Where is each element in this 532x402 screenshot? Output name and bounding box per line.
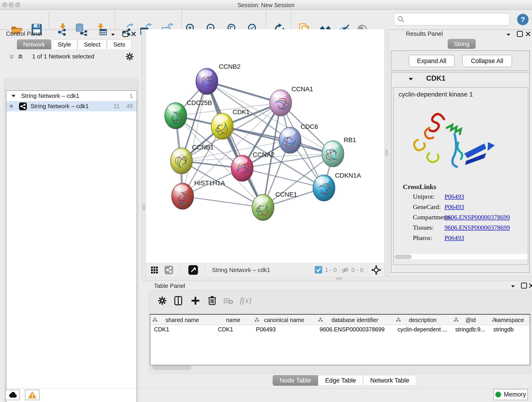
column-header-label: namespace [490, 317, 529, 323]
control-panel-title: Control Panel [6, 30, 42, 37]
table-cell[interactable]: CDK1 [150, 325, 214, 334]
column-header-description[interactable]: description [394, 315, 452, 325]
column-header-label: shared name [150, 317, 214, 323]
string-view-icon[interactable] [165, 266, 173, 274]
column-header-canonical-name[interactable]: canonical name [252, 315, 316, 325]
table-cell[interactable]: CDK1 [214, 325, 252, 334]
results-panel-maximize-button[interactable] [517, 31, 523, 37]
delete-column-icon[interactable] [208, 295, 216, 306]
column-header-shared-name[interactable]: shared name [150, 315, 215, 325]
svg-text:?: ? [520, 15, 525, 24]
table-panel-maximize-button[interactable] [521, 283, 527, 288]
table-cell[interactable]: 9606.ENSP00000378699 [316, 325, 394, 334]
control-panel-tabs: NetworkStyleSelectSets [17, 39, 132, 49]
network-collection-row[interactable]: String Network – cdk1 1 [6, 91, 137, 101]
expand-all-button[interactable]: Expand All [409, 55, 455, 67]
crosslink-value-link[interactable]: P06493 [444, 193, 464, 200]
table-cell[interactable]: P06493 [252, 325, 316, 334]
network-canvas[interactable]: CCNB2CCNA1CDC25BCDK1CDC6RB1CCNB1CCNA2CDK… [146, 29, 385, 263]
network-node-count: 11 [114, 103, 120, 110]
tab-edge-table[interactable]: Edge Table [318, 375, 363, 386]
table-tabs: Node TableEdge TableNetwork Table [273, 375, 416, 386]
hidden-eye-slash-icon [341, 266, 349, 274]
table-cell[interactable]: stringdb [490, 325, 529, 334]
control-panel-float-button[interactable] [110, 32, 116, 38]
table-panel-title: Table Panel [154, 282, 185, 289]
right-splitter-handle[interactable] [385, 149, 388, 156]
network-row-selected[interactable]: String Network – cdk1 11 48 [6, 101, 137, 111]
selected-checkbox-icon[interactable] [315, 266, 322, 274]
gene-result-card: CDK1 cyclin-dependent kinase 1 [391, 72, 530, 273]
cloud-icon [8, 392, 17, 398]
network-node-label: CCNA2 [253, 151, 274, 158]
column-header-namespace[interactable]: namespace [490, 315, 529, 325]
network-edge [207, 81, 263, 207]
column-header--id[interactable]: @id [452, 315, 490, 325]
add-column-icon[interactable] [191, 296, 200, 306]
help-icon[interactable]: ? [517, 13, 529, 26]
results-panel-float-button[interactable] [505, 32, 511, 38]
crosslink-value-link[interactable]: P06493 [444, 203, 464, 211]
tab-string[interactable]: String [448, 39, 476, 49]
network-node-label: CDC25B [187, 99, 212, 106]
control-panel-maximize-button[interactable] [122, 31, 128, 37]
tab-sets[interactable]: Sets [107, 39, 131, 49]
crosslink-value-link[interactable]: 9606.ENSP00000378699 [444, 214, 510, 221]
left-splitter-handle[interactable] [143, 204, 145, 211]
memory-button[interactable]: Memory [494, 389, 528, 400]
crosslink-label: Pharos: [413, 234, 432, 242]
tab-select[interactable]: Select [78, 39, 107, 49]
table-panel-float-button[interactable] [510, 283, 516, 289]
network-node-label: HIST1H1A [194, 179, 225, 186]
selected-node-edge-count: 1 - 0 [325, 267, 337, 274]
cloud-status-button[interactable] [5, 390, 20, 400]
table-hscrollbar-thumb[interactable] [152, 366, 191, 370]
results-panel-close-button[interactable] [525, 31, 531, 37]
results-actions-box: Expand All Collapse All [391, 51, 530, 70]
gene-collapse-caret-icon[interactable] [408, 76, 414, 82]
tab-network-table[interactable]: Network Table [363, 375, 417, 386]
table-settings-gear-icon[interactable] [158, 296, 167, 305]
column-header-name[interactable]: name [214, 315, 253, 325]
warning-status-button[interactable] [25, 390, 40, 400]
crosslink-value-link[interactable]: P06493 [444, 234, 464, 242]
right-splitter[interactable] [385, 29, 389, 276]
column-header-database-identifier[interactable]: database identifier [316, 315, 394, 325]
birds-eye-view-icon[interactable] [188, 265, 198, 275]
view-toolbar-separator [180, 265, 180, 275]
network-options-gear-icon[interactable] [126, 52, 134, 61]
network-node-label: CCNB2 [219, 63, 241, 70]
tab-style[interactable]: Style [51, 39, 77, 49]
function-builder-icon: f(x) [240, 295, 251, 305]
left-splitter[interactable] [142, 29, 146, 276]
search-field[interactable] [394, 13, 510, 26]
network-node-label: CCNB1 [192, 144, 214, 151]
table-cell[interactable]: stringdb:9... [452, 325, 490, 334]
grid-view-icon[interactable] [151, 266, 158, 274]
control-panel-close-button[interactable] [131, 31, 137, 37]
crosslinks-list: Uniprot:P06493GeneCard:P06493Compartment… [394, 193, 528, 248]
tab-network[interactable]: Network [17, 39, 51, 49]
column-header-label: name [214, 317, 252, 323]
search-input[interactable] [406, 15, 506, 23]
results-hscrollbar[interactable] [394, 254, 527, 259]
toolbar-separator [49, 11, 49, 27]
table-cell[interactable]: cyclin-dependent ... [394, 325, 452, 334]
hidden-node-edge-count: 0 - 0 [351, 267, 363, 274]
collapse-all-button[interactable]: Collapse All [462, 55, 512, 67]
fit-selected-crosshair-icon[interactable] [371, 265, 381, 275]
network-node-label: RB1 [344, 136, 356, 143]
gene-name: CDK1 [426, 74, 445, 83]
network-edge [183, 81, 207, 196]
network-node-label: CCNE1 [275, 191, 297, 198]
show-columns-icon[interactable] [174, 296, 183, 306]
bottom-splitter[interactable] [142, 276, 532, 281]
tab-node-table[interactable]: Node Table [273, 375, 318, 386]
crosslinks-heading: CrossLinks [403, 183, 436, 191]
view-toolbar-separator [367, 265, 368, 275]
results-hscrollbar-thumb[interactable] [394, 255, 412, 259]
crosslink-value-link[interactable]: 9606.ENSP00000378699 [444, 224, 510, 231]
table-hscrollbar[interactable] [151, 365, 529, 370]
table-panel-close-button[interactable] [528, 283, 532, 288]
bottom-splitter-handle[interactable] [336, 277, 342, 280]
